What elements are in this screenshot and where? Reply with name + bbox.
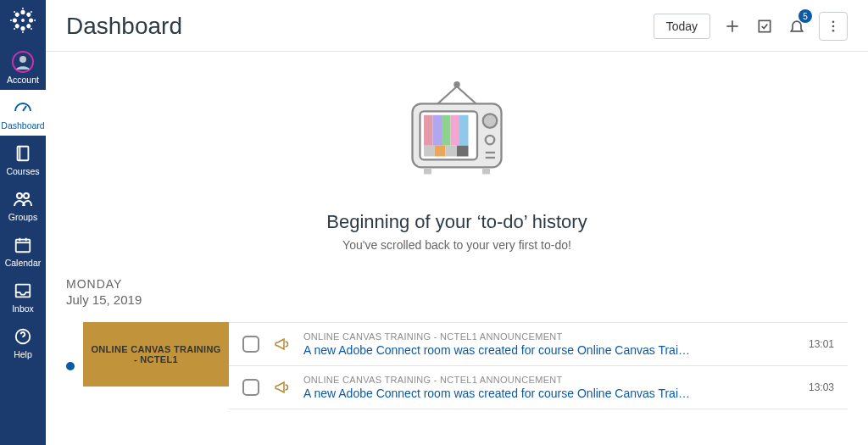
nav-account-label: Account bbox=[7, 75, 39, 85]
nav-help-label: Help bbox=[14, 349, 32, 359]
today-button[interactable]: Today bbox=[654, 14, 710, 39]
nav-help[interactable]: Help bbox=[0, 319, 46, 364]
planner-item-title[interactable]: A new Adobe Connect room was created for… bbox=[303, 387, 795, 400]
planner-item-time: 13:01 bbox=[809, 338, 834, 350]
svg-point-6 bbox=[34, 19, 36, 21]
svg-point-41 bbox=[832, 25, 835, 28]
svg-line-44 bbox=[457, 86, 476, 103]
svg-point-4 bbox=[31, 11, 33, 14]
svg-rect-52 bbox=[459, 115, 469, 146]
canvas-logo bbox=[8, 5, 38, 36]
planner-item-context: ONLINE CANVAS TRAINING - NCTEL1 ANNOUNCE… bbox=[303, 375, 795, 385]
svg-point-23 bbox=[24, 193, 29, 198]
empty-heading: Beginning of your ‘to-do’ history bbox=[326, 211, 587, 233]
svg-point-9 bbox=[20, 26, 25, 31]
svg-rect-53 bbox=[424, 146, 435, 157]
svg-point-5 bbox=[29, 18, 33, 22]
global-nav: Account Dashboard Courses Groups Calenda… bbox=[0, 0, 46, 445]
header-bar: Dashboard Today 5 bbox=[46, 0, 868, 52]
svg-rect-54 bbox=[435, 146, 446, 157]
complete-checkbox[interactable] bbox=[242, 379, 259, 396]
svg-rect-48 bbox=[424, 115, 433, 146]
svg-point-18 bbox=[19, 56, 26, 63]
new-activity-dot-icon bbox=[66, 362, 75, 370]
dashboard-options-button[interactable] bbox=[819, 12, 848, 41]
book-icon bbox=[12, 142, 34, 164]
svg-rect-55 bbox=[446, 146, 458, 157]
day-heading: MONDAY July 15, 2019 bbox=[66, 277, 848, 307]
svg-point-1 bbox=[20, 10, 25, 14]
svg-point-14 bbox=[10, 19, 12, 21]
nav-calendar[interactable]: Calendar bbox=[0, 227, 46, 273]
svg-rect-50 bbox=[442, 115, 451, 146]
weekday-label: MONDAY bbox=[66, 277, 848, 291]
course-tile[interactable]: ONLINE CANVAS TRAINING - NCTEL1 bbox=[83, 322, 229, 387]
svg-point-57 bbox=[483, 114, 498, 128]
empty-subtext: You've scrolled back to your very first … bbox=[342, 238, 571, 252]
svg-point-45 bbox=[453, 81, 460, 88]
add-button[interactable] bbox=[722, 16, 743, 36]
calendar-icon bbox=[12, 234, 34, 256]
planner-item-body: ONLINE CANVAS TRAINING - NCTEL1 ANNOUNCE… bbox=[303, 375, 795, 400]
planner-item-context: ONLINE CANVAS TRAINING - NCTEL1 ANNOUNCE… bbox=[303, 331, 795, 342]
svg-line-19 bbox=[23, 106, 26, 111]
inbox-icon bbox=[12, 280, 34, 302]
svg-point-42 bbox=[832, 30, 835, 32]
announcement-icon bbox=[273, 379, 290, 396]
nav-inbox-label: Inbox bbox=[12, 303, 34, 314]
svg-point-0 bbox=[21, 19, 25, 22]
nav-dashboard[interactable]: Dashboard bbox=[0, 90, 46, 136]
svg-rect-51 bbox=[451, 115, 460, 146]
planner-item: ONLINE CANVAS TRAINING - NCTEL1 ANNOUNCE… bbox=[229, 366, 848, 409]
notifications-button[interactable]: 5 bbox=[787, 16, 807, 36]
page-title: Dashboard bbox=[66, 13, 642, 40]
nav-dashboard-label: Dashboard bbox=[1, 120, 44, 131]
svg-rect-24 bbox=[16, 240, 31, 253]
help-icon bbox=[12, 325, 34, 348]
svg-point-8 bbox=[31, 28, 33, 31]
day-block: ONLINE CANVAS TRAINING - NCTEL1 ONLINE C… bbox=[66, 322, 848, 409]
svg-point-10 bbox=[22, 31, 24, 33]
planner-item-time: 13:03 bbox=[809, 381, 834, 393]
announcement-icon bbox=[273, 336, 290, 353]
tv-illustration-icon bbox=[393, 69, 520, 199]
nav-inbox[interactable]: Inbox bbox=[0, 273, 46, 319]
complete-checkbox[interactable] bbox=[242, 336, 259, 353]
main-area: Dashboard Today 5 bbox=[46, 0, 868, 445]
planner-item-title[interactable]: A new Adobe Connect room was created for… bbox=[303, 343, 795, 357]
svg-point-16 bbox=[14, 11, 16, 14]
nav-courses-label: Courses bbox=[6, 166, 39, 176]
planner-item: ONLINE CANVAS TRAINING - NCTEL1 ANNOUNCE… bbox=[229, 323, 848, 366]
notifications-badge: 5 bbox=[798, 9, 812, 23]
svg-rect-39 bbox=[759, 20, 770, 31]
nav-groups[interactable]: Groups bbox=[0, 181, 46, 227]
planner-items: ONLINE CANVAS TRAINING - NCTEL1 ANNOUNCE… bbox=[229, 322, 848, 409]
nav-courses[interactable]: Courses bbox=[0, 136, 46, 181]
planner-empty-state: Beginning of your ‘to-do’ history You've… bbox=[66, 69, 848, 252]
speedometer-icon bbox=[12, 97, 34, 119]
svg-rect-62 bbox=[482, 168, 490, 175]
svg-point-13 bbox=[13, 18, 17, 22]
svg-rect-49 bbox=[433, 115, 442, 146]
date-label: July 15, 2019 bbox=[66, 292, 848, 307]
nav-calendar-label: Calendar bbox=[5, 258, 42, 268]
svg-line-43 bbox=[438, 86, 458, 103]
svg-point-22 bbox=[17, 193, 22, 198]
svg-point-12 bbox=[14, 28, 16, 31]
nav-account[interactable]: Account bbox=[0, 44, 46, 90]
svg-rect-61 bbox=[424, 168, 431, 175]
user-avatar-icon bbox=[12, 51, 34, 73]
svg-point-2 bbox=[22, 8, 24, 9]
planner-item-body: ONLINE CANVAS TRAINING - NCTEL1 ANNOUNCE… bbox=[303, 331, 795, 357]
svg-point-40 bbox=[832, 20, 835, 23]
people-icon bbox=[12, 188, 34, 210]
nav-groups-label: Groups bbox=[8, 212, 37, 222]
grades-button[interactable] bbox=[754, 16, 775, 36]
svg-rect-56 bbox=[457, 146, 469, 157]
planner-content: Beginning of your ‘to-do’ history You've… bbox=[46, 52, 868, 445]
